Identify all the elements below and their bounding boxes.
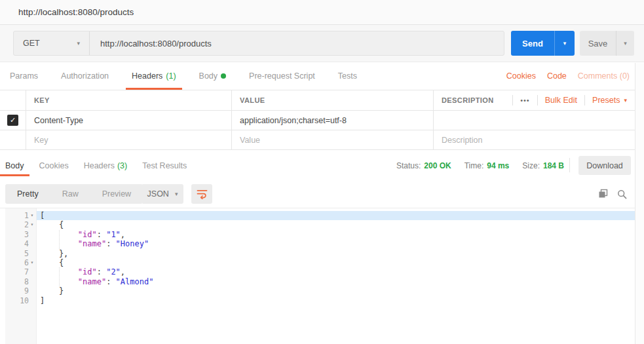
tab-pre-request-script[interactable]: Pre-request Script [248,62,316,90]
presets-dropdown[interactable]: Presets ▾ [592,96,627,105]
body-set-dot-icon [221,73,226,79]
code-link[interactable]: Code [547,71,567,81]
row-checkbox-checked[interactable]: ✓ [7,115,18,126]
send-button[interactable]: Send [511,31,554,56]
code-line: 4 "name": "Honey" [0,239,635,248]
search-button[interactable] [617,189,627,199]
response-tab-cookies[interactable]: Cookies [39,155,69,176]
app-tab-bar: http://localhost:8080/products [0,0,644,25]
header-description-cell[interactable] [434,111,635,130]
line-number: 3 [5,230,29,239]
size-value: 184 B [543,161,564,170]
view-mode-pretty[interactable]: Pretty [5,184,50,204]
code-line: 2▾ { [0,220,635,229]
fold-toggle-icon[interactable]: ▾ [29,220,35,229]
tab-tests[interactable]: Tests [337,62,358,90]
tab-label: Body [5,161,24,170]
new-description-input[interactable] [442,136,635,145]
line-number: 1 [5,211,29,220]
tab-body[interactable]: Body [198,62,228,90]
tab-label: Cookies [39,161,69,170]
line-number: 6 [5,258,29,267]
line-number: 9 [5,286,29,296]
tab-label: Params [10,71,38,81]
header-key-cell[interactable]: Content-Type [26,111,232,130]
time-value: 94 ms [487,161,509,170]
header-checkbox-column [0,90,26,110]
tab-authorization[interactable]: Authorization [60,62,110,90]
fold-toggle-icon[interactable]: ▾ [29,211,35,220]
new-value-input[interactable] [240,136,433,145]
tab-label: Headers [132,71,162,81]
headers-table: KEY VALUE DESCRIPTION ••• Bulk Edit Pres… [0,90,635,150]
column-header-value: VALUE [232,90,434,110]
copy-button[interactable] [598,189,609,199]
request-tab-title[interactable]: http://localhost:8080/products [18,0,134,25]
new-value-cell [232,130,434,149]
response-body-actions [598,182,627,206]
tab-count: (1) [166,71,176,81]
url-input[interactable] [90,31,504,55]
new-key-input[interactable] [34,136,231,145]
response-tab-headers[interactable]: Headers (3) [84,155,128,176]
method-label: GET [23,39,40,48]
code-line: 6▾ { [0,258,635,267]
tab-params[interactable]: Params [9,62,39,90]
column-header-description-label: DESCRIPTION [442,96,494,104]
tab-label: Authorization [61,71,109,81]
table-row-new [0,130,635,150]
comments-link[interactable]: Comments (0) [578,71,630,81]
code-line: 1▾[ [0,211,635,220]
new-description-cell [434,130,635,149]
response-tab-test-results[interactable]: Test Results [142,155,187,176]
request-links: Cookies Code Comments (0) [506,62,630,90]
tab-count: (3) [117,161,127,170]
tab-headers[interactable]: Headers (1) [130,62,178,90]
code-line: 3 "id": "1", [0,230,635,239]
wrap-text-button[interactable] [191,184,212,204]
chevron-down-icon: ▾ [624,40,627,47]
response-view-toolbar: Pretty Raw Preview JSON ▾ [0,182,635,207]
request-tabs: Params Authorization Headers (1) Body Pr… [0,62,644,90]
code-text: } [37,286,635,296]
vertical-scrollbar[interactable] [635,63,644,344]
presets-label: Presets [592,96,620,105]
cookies-link[interactable]: Cookies [506,71,536,81]
code-text: { [37,220,635,229]
copy-icon [598,189,609,199]
time-label: Time: [464,161,484,170]
header-value-cell[interactable]: application/json;charset=utf-8 [232,111,434,130]
tab-label: Tests [338,71,357,81]
code-text: { [37,258,635,267]
view-mode-preview[interactable]: Preview [90,184,143,204]
bulk-edit-link[interactable]: Bulk Edit [545,96,577,105]
row-checkbox-cell: ✓ [0,111,26,130]
view-mode-raw[interactable]: Raw [50,184,90,204]
size-badge: Size: 184 B [522,161,564,170]
save-options-button[interactable]: ▾ [616,31,634,56]
wrap-text-icon [197,189,208,199]
code-text: "id": "1", [37,230,635,239]
tab-label: Headers [84,161,115,170]
divider [512,95,513,105]
chevron-down-icon: ▾ [624,97,627,104]
download-button[interactable]: Download [578,156,631,175]
code-line: 7 "id": "2", [0,267,635,277]
fold-toggle-icon[interactable]: ▾ [29,258,35,267]
code-line: 9 } [0,286,635,296]
save-button[interactable]: Save [580,31,616,56]
send-options-button[interactable]: ▾ [554,31,575,56]
divider [584,95,585,105]
line-number: 5 [5,249,29,258]
response-tab-body[interactable]: Body [5,155,24,176]
chevron-down-icon: ▾ [563,40,567,47]
format-dropdown[interactable]: JSON ▾ [142,184,183,204]
more-options-icon[interactable]: ••• [520,96,530,104]
method-select[interactable]: GET ▾ [14,31,90,55]
code-lines: 1▾[2▾ {3 "id": "1",4 "name": "Honey"5 },… [0,211,635,305]
response-body-editor[interactable]: 1▾[2▾ {3 "id": "1",4 "name": "Honey"5 },… [0,208,635,344]
request-builder-bar: GET ▾ Send ▾ Save ▾ [0,25,644,62]
send-button-group: Send ▾ [511,31,575,56]
chevron-down-icon: ▾ [175,191,178,197]
tab-label: Pre-request Script [249,71,315,81]
